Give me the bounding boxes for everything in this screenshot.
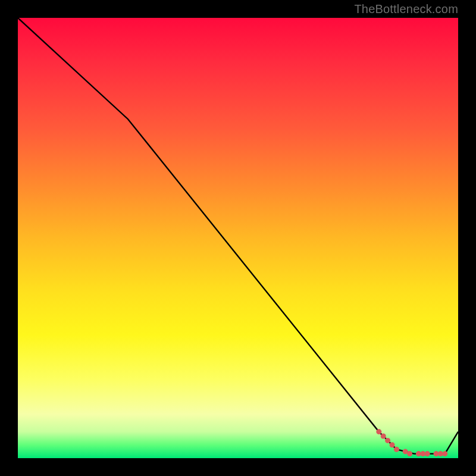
- marker-point: [407, 451, 412, 456]
- marker-point: [425, 451, 430, 456]
- watermark-text: TheBottleneck.com: [354, 2, 458, 16]
- marker-points: [376, 429, 447, 456]
- curve-line: [18, 18, 458, 454]
- marker-point: [376, 429, 381, 434]
- marker-point: [381, 434, 386, 439]
- marker-point: [385, 438, 390, 443]
- marker-point: [394, 447, 399, 452]
- marker-point: [390, 442, 395, 447]
- marker-point: [442, 451, 447, 456]
- chart-stage: TheBottleneck.com: [0, 0, 476, 476]
- chart-svg: [18, 18, 458, 458]
- plot-area: [18, 18, 458, 458]
